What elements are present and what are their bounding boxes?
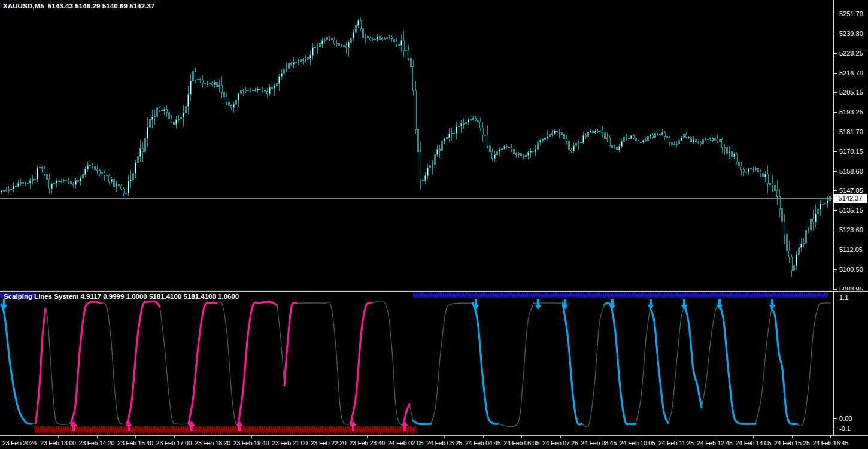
oscillator-up-segment xyxy=(351,303,371,424)
time-axis-tick xyxy=(58,436,59,438)
price-axis-label: 5135.15 xyxy=(839,207,863,214)
oscillator-down-segment xyxy=(650,308,668,423)
price-axis-label: 5205.15 xyxy=(839,89,863,96)
oscillator-curve xyxy=(45,308,71,424)
oscillator-down-segment xyxy=(605,303,636,424)
indicator-scale-axis[interactable]: 1.10.00-0.1 xyxy=(833,292,868,435)
price-axis-label: 5216.70 xyxy=(839,69,863,77)
oscillator-curve xyxy=(582,304,605,427)
sell-arrow xyxy=(535,299,542,310)
chart-header: XAUUSD,M55143.43 5146.29 5140.69 5142.37 xyxy=(3,2,155,10)
time-axis-label: 24 Feb 16:45 xyxy=(802,439,859,447)
oscillator-down-segment xyxy=(1,304,31,424)
price-axis[interactable]: 5251.705239.805228.255216.705205.155193.… xyxy=(833,0,868,290)
oscillator-up-segment xyxy=(238,302,277,424)
mt4-chart-window: XAUUSD,M55143.43 5146.29 5140.69 5142.37… xyxy=(0,0,868,449)
oscillator-up-segment xyxy=(127,301,160,424)
indicator-panel[interactable] xyxy=(0,292,832,435)
price-chart-area[interactable] xyxy=(0,0,832,290)
price-axis-tick xyxy=(834,34,837,34)
price-axis-label: 5112.05 xyxy=(839,246,863,253)
price-axis-tick xyxy=(834,171,837,172)
price-axis-label: 5170.15 xyxy=(839,148,863,155)
oscillator-curve xyxy=(668,305,685,423)
indicator-scale-tick xyxy=(834,418,837,419)
ohlc-values-label: 5143.43 5146.29 5140.69 5142.37 xyxy=(48,2,155,10)
time-axis-tick xyxy=(251,436,252,438)
oscillator-up-segment xyxy=(36,308,45,423)
price-axis-label: 5158.60 xyxy=(839,168,863,175)
price-axis-label: 5123.60 xyxy=(839,226,863,233)
time-axis-tick xyxy=(20,436,20,438)
indicator-name-label: Scalping Lines System xyxy=(4,293,78,300)
oscillator-up-segment xyxy=(403,404,409,424)
oscillator-curve xyxy=(371,301,403,425)
price-axis-tick xyxy=(834,132,837,132)
oscillator-down-segment xyxy=(563,303,582,424)
sell-arrow xyxy=(717,299,723,310)
oscillator-up-segment xyxy=(71,302,101,424)
time-axis-tick xyxy=(406,436,406,438)
price-axis-tick xyxy=(834,210,837,211)
window-splitter[interactable] xyxy=(0,290,868,292)
price-axis-tick xyxy=(834,112,837,113)
indicator-scale-label: 1.1 xyxy=(839,294,848,301)
time-axis-tick xyxy=(792,436,793,438)
price-axis-label: 5228.25 xyxy=(839,50,863,57)
oscillator-down-segment xyxy=(720,304,755,424)
indicator-scale-label: 0.00 xyxy=(839,415,852,422)
oscillator-down-segment xyxy=(685,305,702,408)
price-axis-tick xyxy=(834,53,837,54)
price-axis-tick xyxy=(834,250,837,250)
price-axis-label: 5100.50 xyxy=(839,266,863,273)
time-axis-tick xyxy=(367,436,368,438)
buy-zone-band xyxy=(35,426,417,434)
price-axis-label: 5147.05 xyxy=(839,187,863,194)
price-axis-tick xyxy=(834,190,837,191)
time-axis-tick xyxy=(599,436,599,438)
time-axis-tick xyxy=(715,436,715,438)
oscillator-curve xyxy=(797,303,831,426)
indicator-header: Scalping Lines System 4.9117 0.9999 1.00… xyxy=(4,293,239,300)
price-axis-tick xyxy=(834,14,837,14)
price-axis-tick xyxy=(834,230,837,230)
time-axis-tick xyxy=(830,436,831,438)
candles xyxy=(1,17,831,277)
oscillator-curve xyxy=(702,304,720,408)
sell-arrow xyxy=(681,299,688,310)
price-axis-tick xyxy=(834,92,837,93)
price-axis-label: 5239.80 xyxy=(839,30,863,37)
oscillator-down-segment xyxy=(772,308,797,424)
oscillator-curve xyxy=(755,308,772,424)
indicator-scale-label: -0.1 xyxy=(839,425,851,432)
oscillator-curve xyxy=(277,305,284,386)
oscillator-curve xyxy=(498,303,563,427)
price-axis-label: 5251.70 xyxy=(839,10,863,17)
indicator-values-label: 4.9117 0.9999 1.0000 5181.4100 5181.4100… xyxy=(80,293,239,300)
time-axis-tick xyxy=(638,436,638,438)
price-axis-tick xyxy=(834,289,837,290)
time-axis-tick xyxy=(213,436,213,438)
sell-zone-band xyxy=(413,293,828,298)
time-axis-tick xyxy=(290,436,290,438)
time-axis-tick xyxy=(329,436,329,438)
time-axis-tick xyxy=(560,436,561,438)
time-axis[interactable]: 23 Feb 202623 Feb 13:0023 Feb 14:2023 Fe… xyxy=(0,435,868,449)
oscillator-curve xyxy=(636,308,650,424)
indicator-scale-tick xyxy=(834,298,837,298)
oscillator-down-segment xyxy=(473,303,498,424)
oscillator-down-segment xyxy=(413,421,431,424)
time-axis-tick xyxy=(444,436,445,438)
oscillator-curve xyxy=(101,303,127,424)
time-axis-tick xyxy=(753,436,754,438)
price-axis-label: 5193.25 xyxy=(839,108,863,116)
oscillator-up-segment xyxy=(284,303,296,386)
oscillator-curve xyxy=(296,302,351,424)
time-axis-tick xyxy=(174,436,175,438)
indicator-scale-tick xyxy=(834,429,837,429)
oscillator-curve xyxy=(160,307,189,424)
time-axis-tick xyxy=(135,436,136,438)
oscillator-up-segment xyxy=(189,303,217,424)
symbol-timeframe-label: XAUUSD,M5 xyxy=(3,2,44,10)
oscillator-curve xyxy=(217,302,238,424)
